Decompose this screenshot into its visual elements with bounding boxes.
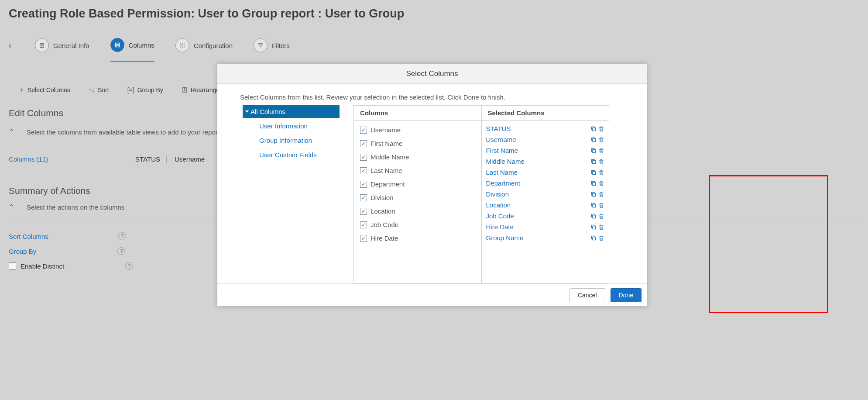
nav-user-information[interactable]: User Information bbox=[243, 120, 340, 132]
copy-icon[interactable] bbox=[590, 126, 597, 132]
column-checkbox[interactable]: ✓ bbox=[360, 221, 367, 228]
delete-icon[interactable] bbox=[598, 213, 604, 219]
step-filters[interactable]: Filters bbox=[254, 38, 290, 52]
selected-column-row: First Name bbox=[482, 145, 609, 156]
column-chip: STATUS bbox=[135, 155, 167, 163]
nav-user-custom-fields[interactable]: User Custom Fields bbox=[243, 148, 340, 161]
dialog-instructions: Select Columns from this list. Review yo… bbox=[217, 84, 647, 105]
delete-icon[interactable] bbox=[598, 148, 604, 154]
available-column-row: ✓Division bbox=[354, 191, 481, 204]
column-name: Location bbox=[371, 207, 395, 215]
column-name: Middle Name bbox=[371, 153, 409, 161]
svg-rect-35 bbox=[593, 204, 596, 207]
step-label: Configuration bbox=[194, 42, 233, 49]
svg-rect-3 bbox=[115, 43, 119, 47]
enable-distinct-checkbox[interactable] bbox=[9, 262, 16, 270]
rearrange-icon bbox=[182, 87, 188, 93]
copy-icon[interactable] bbox=[590, 224, 597, 230]
delete-icon[interactable] bbox=[598, 180, 604, 186]
collapse-chevron-icon[interactable]: ⌃ bbox=[9, 128, 14, 136]
svg-rect-14 bbox=[593, 128, 596, 131]
selected-columns-header: Selected Columns bbox=[482, 106, 609, 121]
copy-icon[interactable] bbox=[590, 180, 597, 186]
delete-icon[interactable] bbox=[598, 202, 604, 208]
svg-rect-38 bbox=[593, 215, 596, 218]
delete-icon[interactable] bbox=[598, 169, 604, 176]
dialog-footer: Cancel Done bbox=[217, 283, 647, 306]
help-icon[interactable]: ? bbox=[118, 232, 126, 240]
column-checkbox[interactable]: ✓ bbox=[360, 127, 367, 134]
column-checkbox[interactable]: ✓ bbox=[360, 194, 367, 201]
info-icon bbox=[35, 38, 49, 52]
available-column-row: ✓Middle Name bbox=[354, 150, 481, 164]
page-title: Creating Role Based Permission: User to … bbox=[9, 0, 859, 25]
nav-all-columns[interactable]: All Columns bbox=[243, 105, 340, 118]
columns-count-link[interactable]: Columns (11) bbox=[9, 155, 48, 163]
selected-column-name: STATUS bbox=[486, 125, 511, 132]
delete-icon[interactable] bbox=[598, 224, 604, 230]
copy-icon[interactable] bbox=[590, 191, 597, 197]
selected-column-name: Username bbox=[486, 136, 516, 143]
available-column-row: ✓Last Name bbox=[354, 164, 481, 177]
svg-rect-44 bbox=[593, 237, 596, 240]
copy-icon[interactable] bbox=[590, 202, 597, 208]
gear-icon bbox=[175, 38, 189, 52]
column-checkbox[interactable]: ✓ bbox=[360, 181, 367, 188]
back-chevron-icon[interactable]: ‹ bbox=[9, 41, 14, 50]
column-checkbox[interactable]: ✓ bbox=[360, 235, 367, 242]
step-configuration[interactable]: Configuration bbox=[175, 38, 233, 52]
selected-column-name: Middle Name bbox=[486, 158, 525, 165]
group-icon: [=] bbox=[127, 86, 134, 93]
svg-rect-17 bbox=[593, 138, 596, 141]
column-checkbox[interactable]: ✓ bbox=[360, 167, 367, 174]
copy-icon[interactable] bbox=[590, 169, 597, 176]
delete-icon[interactable] bbox=[598, 126, 604, 132]
help-icon[interactable]: ? bbox=[117, 247, 125, 255]
column-checkbox[interactable]: ✓ bbox=[360, 140, 367, 147]
collapse-chevron-icon[interactable]: ⌃ bbox=[9, 203, 14, 211]
copy-icon[interactable] bbox=[590, 235, 597, 241]
svg-marker-9 bbox=[258, 44, 262, 47]
column-checkbox[interactable]: ✓ bbox=[360, 154, 367, 161]
copy-icon[interactable] bbox=[590, 159, 597, 165]
selected-column-row: Job Code bbox=[482, 210, 609, 221]
column-name: Division bbox=[371, 194, 394, 201]
svg-rect-26 bbox=[593, 171, 596, 174]
selected-column-row: Hire Date bbox=[482, 221, 609, 232]
select-columns-button[interactable]: ＋ Select Columns bbox=[18, 86, 70, 94]
group-by-button[interactable]: [=] Group By bbox=[127, 86, 163, 93]
sort-button[interactable]: ↑↓ Sort bbox=[89, 86, 109, 93]
available-columns-panel: Columns ✓Username✓First Name✓Middle Name… bbox=[354, 106, 482, 283]
step-columns[interactable]: Columns bbox=[110, 38, 154, 62]
column-checkbox[interactable]: ✓ bbox=[360, 208, 367, 215]
help-icon[interactable]: ? bbox=[125, 262, 133, 270]
selected-column-name: Group Name bbox=[486, 234, 524, 241]
nav-group-information[interactable]: Group Information bbox=[243, 134, 340, 147]
column-category-nav: All Columns User Information Group Infor… bbox=[217, 105, 340, 283]
selected-column-name: Location bbox=[486, 201, 511, 209]
done-button[interactable]: Done bbox=[611, 288, 642, 302]
selected-column-row: Middle Name bbox=[482, 156, 609, 167]
available-column-row: ✓Location bbox=[354, 204, 481, 218]
step-label: Filters bbox=[272, 42, 290, 49]
delete-icon[interactable] bbox=[598, 159, 604, 165]
delete-icon[interactable] bbox=[598, 191, 604, 197]
button-label: Sort bbox=[98, 86, 109, 93]
cancel-button[interactable]: Cancel bbox=[570, 288, 605, 302]
copy-icon[interactable] bbox=[590, 137, 597, 143]
delete-icon[interactable] bbox=[598, 235, 604, 241]
available-column-row: ✓Job Code bbox=[354, 218, 481, 231]
available-column-row: ✓Username bbox=[354, 123, 481, 137]
step-label: Columns bbox=[129, 41, 154, 49]
selected-columns-panel: Selected Columns STATUSUsernameFirst Nam… bbox=[482, 106, 609, 283]
action-label: Group By bbox=[9, 248, 36, 255]
copy-icon[interactable] bbox=[590, 148, 597, 154]
delete-icon[interactable] bbox=[598, 137, 604, 143]
available-column-row: ✓First Name bbox=[354, 137, 481, 150]
copy-icon[interactable] bbox=[590, 213, 597, 219]
grid-icon bbox=[110, 38, 124, 52]
step-general-info[interactable]: General Info bbox=[35, 38, 89, 52]
selected-column-name: Job Code bbox=[486, 212, 514, 220]
column-name: Job Code bbox=[371, 221, 398, 228]
selected-column-row: Group Name bbox=[482, 232, 609, 243]
